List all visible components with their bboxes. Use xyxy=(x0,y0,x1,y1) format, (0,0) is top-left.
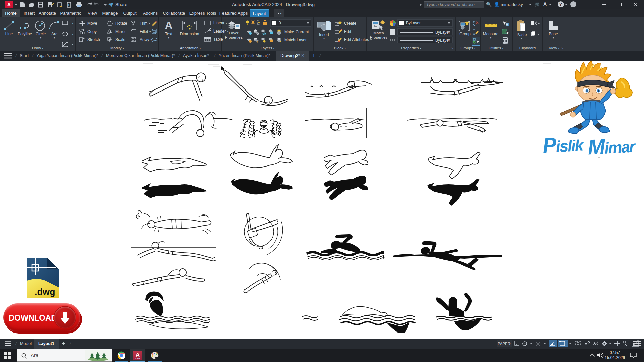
svg-text:.dwg: .dwg xyxy=(35,287,55,297)
svg-text:Pislik: Pislik xyxy=(542,132,585,157)
svg-text:Mimar: Mimar xyxy=(587,133,636,159)
svg-text:A: A xyxy=(165,20,172,32)
